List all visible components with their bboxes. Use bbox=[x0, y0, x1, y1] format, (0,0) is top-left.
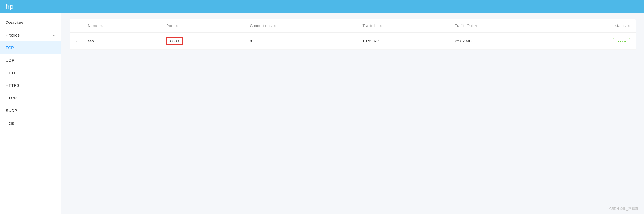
th-expand bbox=[70, 19, 82, 33]
expand-cell[interactable]: › bbox=[70, 33, 82, 50]
sidebar-http-label: HTTP bbox=[6, 70, 16, 75]
th-connections-label: Connections bbox=[250, 23, 272, 28]
app-header: frp bbox=[0, 0, 644, 13]
sort-port-icon: ⇅ bbox=[176, 25, 178, 28]
proxy-port: 6000 bbox=[166, 37, 183, 45]
proxy-table: Name ⇅ Port ⇅ Connections ⇅ Traffic In bbox=[70, 19, 636, 50]
proxy-traffic-in: 13.93 MB bbox=[363, 39, 379, 43]
proxy-traffic-out: 22.62 MB bbox=[455, 39, 472, 43]
sidebar-item-stcp[interactable]: STCP bbox=[0, 92, 61, 104]
sort-status-icon: ⇅ bbox=[628, 25, 630, 28]
sidebar-sudp-label: SUDP bbox=[6, 108, 17, 113]
connections-cell: 0 bbox=[244, 33, 357, 50]
proxy-connections: 0 bbox=[250, 39, 252, 43]
th-traffic-out-label: Traffic Out bbox=[455, 23, 473, 28]
sort-connections-icon: ⇅ bbox=[274, 25, 276, 28]
sidebar-proxies-label: Proxies bbox=[6, 33, 20, 37]
th-traffic-in-label: Traffic In bbox=[363, 23, 378, 28]
status-badge: online bbox=[613, 38, 630, 44]
sort-traffic-out-icon: ⇅ bbox=[475, 25, 477, 28]
table-header-row: Name ⇅ Port ⇅ Connections ⇅ Traffic In bbox=[70, 19, 636, 33]
traffic-out-cell: 22.62 MB bbox=[449, 33, 551, 50]
sort-name-icon: ⇅ bbox=[100, 25, 103, 28]
sidebar-item-https[interactable]: HTTPS bbox=[0, 79, 61, 92]
th-traffic-out[interactable]: Traffic Out ⇅ bbox=[449, 19, 551, 33]
sort-traffic-in-icon: ⇅ bbox=[380, 25, 382, 28]
sidebar-item-udp[interactable]: UDP bbox=[0, 54, 61, 66]
th-connections[interactable]: Connections ⇅ bbox=[244, 19, 357, 33]
sidebar-item-sudp[interactable]: SUDP bbox=[0, 104, 61, 117]
sidebar-stcp-label: STCP bbox=[6, 96, 17, 100]
th-traffic-in[interactable]: Traffic In ⇅ bbox=[357, 19, 449, 33]
th-status-label: status bbox=[615, 23, 626, 28]
main-content: Name ⇅ Port ⇅ Connections ⇅ Traffic In bbox=[61, 13, 644, 214]
th-status[interactable]: status ⇅ bbox=[551, 19, 636, 33]
sidebar-item-overview-label: Overview bbox=[6, 20, 23, 25]
th-port-label: Port bbox=[166, 23, 174, 28]
proxy-table-container: Name ⇅ Port ⇅ Connections ⇅ Traffic In bbox=[70, 19, 636, 50]
port-cell-wrapper: 6000 bbox=[161, 33, 244, 50]
sidebar-https-label: HTTPS bbox=[6, 83, 19, 88]
status-cell: online bbox=[551, 33, 636, 50]
sidebar-item-overview[interactable]: Overview bbox=[0, 16, 61, 29]
th-port[interactable]: Port ⇅ bbox=[161, 19, 244, 33]
expand-row-icon[interactable]: › bbox=[75, 39, 77, 43]
table-row: › ssh 6000 0 13.93 MB bbox=[70, 33, 636, 50]
proxy-name: ssh bbox=[88, 39, 94, 43]
sidebar-udp-label: UDP bbox=[6, 58, 15, 63]
sidebar-item-http[interactable]: HTTP bbox=[0, 66, 61, 79]
th-name-label: Name bbox=[88, 23, 98, 28]
chevron-up-icon: ▲ bbox=[52, 33, 56, 37]
main-layout: Overview Proxies ▲ TCP UDP HTTP HTTPS ST… bbox=[0, 13, 644, 214]
watermark: CSDN @IU_不错哦 bbox=[609, 206, 638, 211]
sidebar-help-label: Help bbox=[6, 121, 14, 125]
traffic-in-cell: 13.93 MB bbox=[357, 33, 449, 50]
name-cell: ssh bbox=[82, 33, 161, 50]
sidebar-item-tcp[interactable]: TCP bbox=[0, 41, 61, 54]
sidebar-section-proxies[interactable]: Proxies ▲ bbox=[0, 29, 61, 41]
sidebar-item-help[interactable]: Help bbox=[0, 117, 61, 129]
th-name[interactable]: Name ⇅ bbox=[82, 19, 161, 33]
sidebar: Overview Proxies ▲ TCP UDP HTTP HTTPS ST… bbox=[0, 13, 61, 214]
sidebar-tcp-label: TCP bbox=[6, 45, 14, 50]
app-title: frp bbox=[6, 3, 14, 10]
